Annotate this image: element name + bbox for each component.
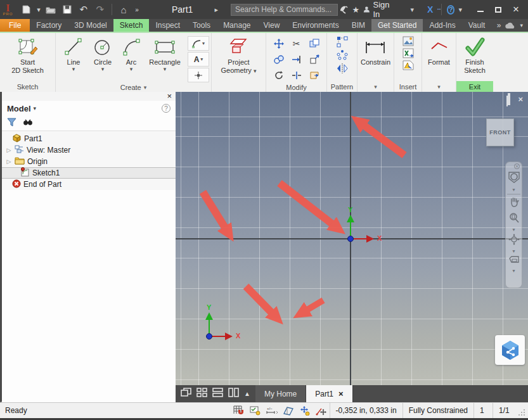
sketch-plane-icon[interactable] [280,404,297,417]
qat-expand-button[interactable]: » [132,3,141,16]
tree-item-part[interactable]: Part1 [2,133,176,144]
line-tool-button[interactable]: Line▾ [60,35,87,72]
help-button[interactable]: ? [447,5,455,15]
dimension-display-icon[interactable]: +/− [264,404,280,417]
tab-close-icon[interactable]: × [338,389,344,398]
relax-mode-icon[interactable] [313,404,330,417]
tab-scroll-up-icon[interactable]: ▲ [244,390,250,397]
rectangular-pattern-button[interactable] [337,36,348,48]
sign-in-control[interactable]: Sign In [363,0,393,19]
tab-my-home[interactable]: My Home [255,385,306,402]
dimension-button[interactable]: Constrain [359,35,392,67]
insert-image-button[interactable] [402,36,414,46]
tab-vault[interactable]: Vault [462,19,491,32]
tile-vertical-icon[interactable] [228,388,239,400]
close-button[interactable]: × [509,4,523,15]
point-tool-button[interactable] [188,68,209,82]
fillet-tool-button[interactable]: ▾ [188,36,209,51]
mirror-button[interactable] [337,63,348,74]
graphics-viewport[interactable]: × FRONT × ▾ ▾ ▾ ▾ [176,92,528,385]
browser-close-icon[interactable]: × [167,93,172,99]
copy-button[interactable] [306,36,323,51]
search-input[interactable] [231,4,338,16]
arc-tool-button[interactable]: Arc▾ [118,35,145,72]
maximize-button[interactable] [491,4,505,15]
stretch-button[interactable] [306,68,323,83]
home-button[interactable]: ⌂ [116,3,131,16]
tab-environments[interactable]: Environments [286,19,345,32]
panel-label-sketch[interactable]: Sketch [0,81,55,92]
tab-sketch[interactable]: Sketch [113,19,150,32]
tree-item-sketch1[interactable]: Sketch1 [2,167,176,179]
community-icon[interactable] [338,3,350,16]
constraint-inference-icon[interactable] [247,404,264,417]
search-expand-icon[interactable]: ▸ [214,6,218,14]
sign-in-dropdown-icon[interactable]: ▾ [411,6,415,14]
tab-get-started[interactable]: Get Started [371,19,423,32]
finish-sketch-button[interactable]: Finish Sketch [462,35,487,75]
tab-overflow-icon[interactable]: » [497,21,501,30]
import-points-button[interactable] [402,48,414,58]
browser-title[interactable]: Model [7,104,31,113]
doc-close-button[interactable]: × [518,94,523,104]
tab-view[interactable]: View [257,19,287,32]
trim-button[interactable]: ✂ [288,36,305,51]
search-tree-icon[interactable] [23,118,33,129]
rectangle-tool-button[interactable]: Rectangle▾ [145,35,185,72]
start-2d-sketch-button[interactable]: Start 2D Sketch [10,35,46,75]
undo-button[interactable]: ↶ [76,3,91,16]
expander-icon[interactable]: ▷ [6,147,12,153]
browser-help-icon[interactable]: ? [162,104,171,113]
pan-button[interactable] [508,196,520,210]
circular-pattern-button[interactable] [337,49,348,61]
split-button[interactable] [288,68,305,83]
origin-point[interactable] [347,236,354,242]
new-file-button[interactable] [19,3,34,16]
tile-windows-icon[interactable] [196,388,207,400]
panel-label-exit[interactable]: Exit [456,81,493,92]
new-file-dropdown[interactable]: ▾ [35,3,42,16]
navbar-close-icon[interactable]: × [514,163,520,169]
panel-label-insert[interactable]: Insert [394,81,422,92]
cloud-dropdown-icon[interactable]: ▾ [520,22,523,29]
orbit-dropdown-icon[interactable]: ▾ [512,250,515,253]
expander-icon[interactable]: ▷ [6,158,12,165]
tree-item-view-master[interactable]: ▷ View: Master [2,144,176,156]
panel-label-modify[interactable]: Modify [266,83,326,92]
filter-icon[interactable] [7,118,16,129]
scale-button[interactable] [306,52,323,67]
browser-dropdown-icon[interactable]: ▾ [34,105,37,111]
help-dropdown-icon[interactable]: ▾ [458,6,462,14]
panel-label-constrain[interactable]: ▾ [357,81,394,92]
tab-tools[interactable]: Tools [186,19,217,32]
tab-file[interactable]: File [0,19,30,32]
look-at-button[interactable] [508,255,520,267]
orbit-button[interactable] [508,234,520,248]
move-button[interactable] [270,36,287,51]
panel-label-format[interactable]: ▾ [422,81,456,92]
tab-add-ins[interactable]: Add-Ins [423,19,461,32]
tab-factory[interactable]: Factory [30,19,68,32]
resize-grip[interactable] [518,403,528,418]
tab-bim[interactable]: BIM [345,19,371,32]
tree-item-origin[interactable]: ▷ Origin [2,156,176,167]
tab-inspect[interactable]: Inspect [149,19,186,32]
wheel-dropdown-icon[interactable]: ▾ [512,188,515,192]
shared-view-badge[interactable] [495,335,525,365]
navbar-more-icon[interactable]: ▾ [512,269,515,273]
tile-horizontal-icon[interactable] [212,388,223,400]
zoom-button[interactable] [508,212,520,226]
tab-manage[interactable]: Manage [217,19,257,32]
text-tool-button[interactable]: A ▾ [188,52,209,67]
cascade-windows-icon[interactable] [181,388,191,400]
snap-to-grid-icon[interactable] [231,404,247,417]
tab-part1-document[interactable]: Part1 × [306,385,352,402]
panel-label-create[interactable]: Create▾ [56,82,211,92]
insert-acad-button[interactable] [402,60,414,70]
offset-button[interactable] [270,68,287,83]
save-button[interactable] [60,3,75,16]
open-button[interactable] [43,3,58,16]
cloud-icon[interactable] [505,22,516,29]
rotate-button[interactable] [270,52,287,67]
tree-item-end-of-part[interactable]: End of Part [2,179,176,190]
